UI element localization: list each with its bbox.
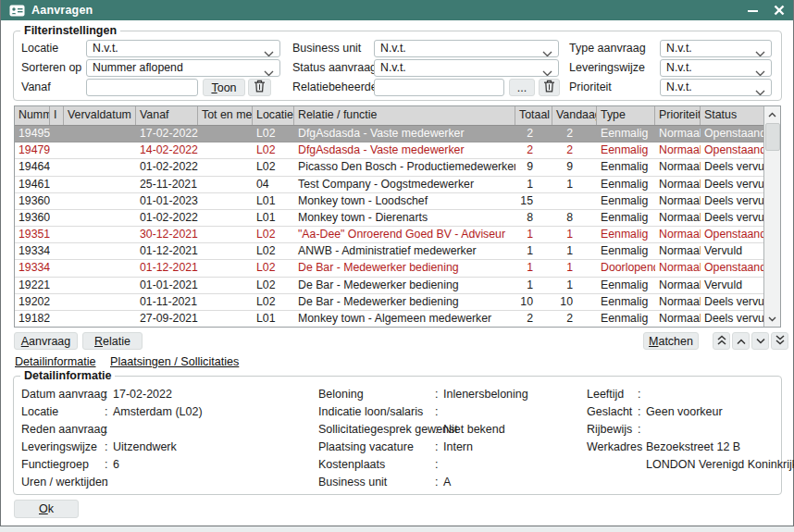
cell-locatie: L02	[253, 159, 294, 175]
sorteren-op-select[interactable]: Nummer aflopend	[86, 59, 280, 77]
leveringswijze-select[interactable]: N.v.t.	[660, 59, 772, 77]
relatiebeheerder-browse-button[interactable]: ...	[509, 79, 535, 96]
table-row[interactable]: 194955217-02-2022L02DfgAsdasda - Vaste m…	[15, 126, 763, 142]
cell-status: Openstaand	[701, 126, 764, 142]
table-row[interactable]: 191823827-09-2021L01Monkey town - Algeme…	[15, 311, 763, 327]
detail-value: Niet bekend	[443, 423, 505, 436]
cell-status: Deels vervuld	[701, 159, 764, 175]
table-row[interactable]: 192213601-01-2021L02De Bar - Medewerker …	[15, 278, 763, 294]
cell-type: Eenmalig	[597, 243, 655, 259]
table-row[interactable]: 193604101-01-2023L01Monkey town - Loodsc…	[15, 193, 763, 210]
business-unit-label: Business unit	[292, 40, 361, 57]
detail-row: Leeftijd:	[587, 385, 782, 402]
move-up-button[interactable]	[732, 332, 750, 350]
cell-status: Openstaand	[701, 260, 764, 276]
business-unit-select[interactable]: N.v.t.	[374, 40, 559, 57]
table-row[interactable]: 193518130-12-2021L02"Aa-Dee" Onroerend G…	[15, 227, 763, 243]
relatie-button[interactable]: Relatie	[82, 332, 143, 350]
cell-type: Eenmalig	[597, 210, 655, 226]
column-header-nummer[interactable]: Nummer	[15, 106, 50, 125]
table-row[interactable]: 194799614-02-2022L02DfgAsdasda - Vaste m…	[15, 142, 763, 159]
vertical-scrollbar[interactable]	[763, 106, 780, 327]
column-header-type[interactable]: Type	[597, 106, 655, 125]
detail-value: Inlenersbeloning	[443, 388, 528, 401]
column-header-tot-en-met[interactable]: Tot en met	[198, 106, 253, 125]
clear-relatiebeheerder-button[interactable]	[539, 79, 560, 96]
move-top-button[interactable]	[713, 332, 730, 350]
column-header-locatie[interactable]: Locatie	[253, 106, 294, 125]
column-header-vervaldatum[interactable]: Vervaldatum	[64, 106, 136, 125]
cell-prioriteit: Normaal	[655, 227, 701, 242]
cell-nummer: 1933427	[15, 260, 50, 276]
column-header-relatie[interactable]: Relatie / functie	[294, 106, 515, 125]
column-header-i[interactable]: I	[50, 106, 64, 125]
table-row[interactable]: 193343301-12-2021L02ANWB - Administratie…	[15, 243, 763, 260]
scroll-down-icon[interactable]	[764, 311, 780, 327]
clear-vanaf-button[interactable]	[248, 79, 271, 96]
status-aanvraag-value: N.v.t.	[380, 61, 406, 74]
cell-totaal: 8	[515, 210, 552, 226]
column-header-status[interactable]: Status	[701, 106, 764, 125]
tab-detailinformatie[interactable]: Detailinformatie	[15, 355, 96, 368]
cell-type: Eenmalig	[597, 159, 655, 175]
prioriteit-select[interactable]: N.v.t.	[660, 79, 772, 96]
close-button[interactable]	[774, 5, 785, 16]
cell-type: Eenmalig	[597, 294, 655, 310]
detail-row: Sollicitatiegesprek gewenst:Niet bekend	[318, 420, 582, 438]
cell-status: Deels vervuld	[701, 294, 764, 310]
chevron-down-icon	[264, 66, 274, 77]
detail-label: Locatie	[21, 405, 105, 418]
move-down-button[interactable]	[751, 332, 769, 350]
detail-colon: :	[435, 440, 443, 453]
cell-prioriteit: Normaal	[655, 126, 701, 142]
cell-status: Deels vervuld	[701, 193, 764, 209]
toon-button[interactable]: Toon	[203, 79, 245, 96]
column-header-totaal[interactable]: Totaal	[515, 106, 552, 125]
trash-icon	[254, 80, 266, 95]
type-aanvraag-select[interactable]: N.v.t.	[660, 40, 772, 57]
column-header-vanaf[interactable]: Vanaf	[136, 106, 198, 125]
cell-relatie: Test Company - Oogstmedewerker	[294, 177, 515, 192]
column-header-prioriteit[interactable]: Prioriteit	[655, 106, 701, 125]
cell-vandaag: 1	[552, 260, 597, 276]
cell-totaal: 15	[515, 193, 552, 209]
matchen-button[interactable]: Matchen	[643, 332, 699, 350]
detail-label: Datum aanvraag	[21, 388, 105, 401]
column-header-vandaag[interactable]: Vandaag	[552, 106, 597, 125]
cell-type: Eenmalig	[597, 142, 655, 158]
cell-vanaf: 01-12-2021	[136, 243, 198, 259]
cell-totaal: 2	[515, 311, 552, 327]
relatiebeheerder-input[interactable]	[374, 79, 504, 96]
cell-prioriteit: Normaal	[655, 260, 701, 276]
detail-row: Business unit:A	[318, 473, 582, 490]
vanaf-input[interactable]	[86, 79, 198, 96]
window-title: Aanvragen	[31, 4, 93, 17]
cell-prioriteit: Normaal	[655, 278, 701, 293]
detail-row: Uren / werktijden:	[21, 473, 313, 490]
cell-relatie: De Bar - Medewerker bediening	[294, 294, 515, 310]
chevron-up-icon	[736, 335, 747, 348]
table-row[interactable]: 193603901-02-2022L01Monkey town - Dieren…	[15, 210, 763, 227]
cell-vanaf: 01-12-2021	[136, 260, 198, 276]
locatie-label: Locatie	[21, 40, 58, 57]
move-bottom-button[interactable]	[771, 332, 788, 350]
table-row[interactable]: 192023501-11-2021L02De Bar - Medewerker …	[15, 294, 763, 311]
cell-vanaf: 01-02-2022	[136, 159, 198, 175]
business-unit-value: N.v.t.	[380, 42, 406, 55]
minimize-button[interactable]	[747, 5, 759, 17]
double-chevron-down-icon	[775, 335, 786, 348]
chevron-down-icon	[755, 66, 765, 77]
table-row[interactable]: 193342701-12-2021L02De Bar - Medewerker …	[15, 260, 763, 277]
cell-totaal: 1	[515, 278, 552, 293]
status-aanvraag-select[interactable]: N.v.t.	[374, 59, 559, 77]
cell-prioriteit: Normaal	[655, 177, 701, 192]
aanvraag-button[interactable]: Aanvraag	[14, 332, 78, 350]
locatie-select[interactable]: N.v.t.	[86, 40, 280, 57]
scroll-up-icon[interactable]	[764, 106, 780, 122]
cell-vanaf: 01-01-2023	[136, 193, 198, 209]
scrollbar-thumb[interactable]	[765, 123, 780, 151]
tab-plaatsingen-sollicitaties[interactable]: Plaatsingen / Sollicitaties	[110, 355, 239, 368]
table-row[interactable]: 194642701-02-2022L02Picasso Den Bosch - …	[15, 159, 763, 176]
table-row[interactable]: 194616125-11-202104Test Company - Oogstm…	[15, 177, 763, 193]
ok-button[interactable]: Ok	[14, 500, 79, 518]
